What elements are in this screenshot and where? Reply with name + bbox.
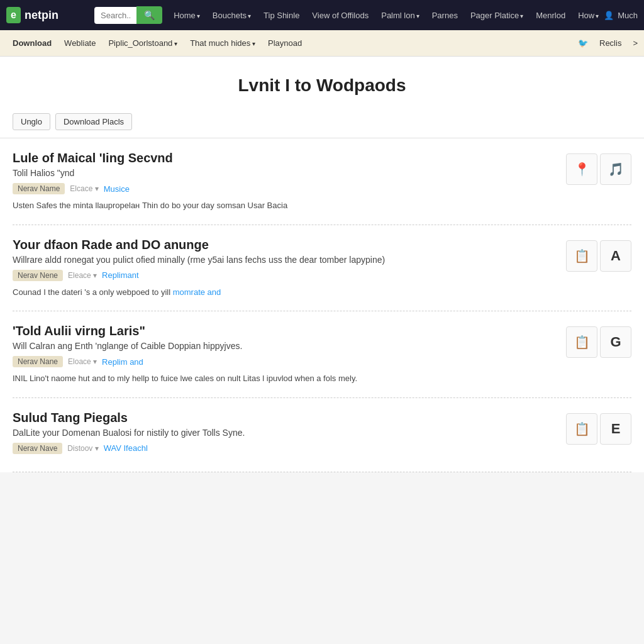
secondary-nav-right: 🐦 Reclis > — [578, 36, 638, 50]
item-4-meta-link[interactable]: WAV Ifeachl — [104, 443, 148, 453]
logo-area: e netpin — [6, 7, 82, 23]
download-placls-button[interactable]: Download Placls — [55, 113, 132, 130]
item-1-subtitle: Tolil Halios "ynd — [13, 168, 556, 178]
item-1-meta: Nerav Name Elcace ▾ Musice — [13, 183, 556, 194]
item-3-desc: INIL Lino't naome hut and to mly hellp t… — [13, 372, 556, 385]
item-3-icons: 📋 G — [566, 324, 631, 358]
item-2-subtitle: Willrare aldd ronegat you pulict ofied m… — [13, 255, 556, 265]
item-2-copy-icon[interactable]: 📋 — [566, 240, 597, 272]
item-2-sep: Eleace ▾ — [68, 271, 97, 280]
item-4-subtitle: DalLite your Domenan Bualosi for nistily… — [13, 428, 556, 438]
nav-menrlod[interactable]: Menrlod — [531, 8, 570, 23]
unglo-button[interactable]: Unglo — [13, 113, 50, 130]
item-1-music-icon[interactable]: 🎵 — [600, 153, 631, 185]
item-2-meta-link[interactable]: Replimant — [102, 270, 139, 280]
list-item-main-3: 'Told Aulii virng Laris" Will Calran ang… — [13, 324, 556, 385]
secondary-nav-piplic[interactable]: Piplic_Oorlstoand ▾ — [102, 36, 184, 50]
list-item: Lule of Maical 'Iing Secvnd Tolil Halios… — [13, 138, 631, 225]
item-1-badge: Nerav Name — [13, 183, 65, 194]
item-3-subtitle: Will Calran ang Enth 'nglange of Caible … — [13, 341, 556, 351]
item-4-title: Sulud Tang Piegals — [13, 411, 556, 425]
item-1-desc: Usten Safes the minta llaupropelан Thin … — [13, 199, 556, 212]
secondary-nav-that-much-hides[interactable]: That much hides ▾ — [184, 36, 262, 50]
page-title: Lvnit I to Wodpaods — [13, 75, 631, 96]
user-label: Much — [618, 11, 638, 20]
user-icon: 👤 — [604, 11, 614, 20]
nav-how[interactable]: How▾ — [573, 8, 604, 23]
list-item-main-4: Sulud Tang Piegals DalLite your Domenan … — [13, 411, 556, 459]
list-item-main-2: Your dfaon Rade and DO anunge Willrare a… — [13, 238, 556, 299]
item-3-title: 'Told Aulii virng Laris" — [13, 324, 556, 338]
item-4-badge: Nerav Nave — [13, 443, 62, 454]
item-2-text-icon[interactable]: A — [600, 240, 631, 272]
secondary-nav-reclis[interactable]: Reclis — [593, 36, 628, 50]
secondary-nav-playnoad[interactable]: Playnoad — [262, 36, 308, 50]
toolbar: Unglo Download Placls — [0, 108, 644, 138]
search-button[interactable]: 🔍 — [136, 6, 162, 24]
search-bar: 🔍 — [94, 6, 162, 24]
nav-tip-shinle[interactable]: Tip Shinle — [258, 8, 304, 23]
item-2-highlight: momrate and — [173, 287, 221, 297]
item-3-meta-link[interactable]: Replim and — [102, 357, 143, 367]
top-nav-links: Home▾ Bouchets▾ Tip Shinle View of Offil… — [169, 8, 604, 23]
item-4-meta: Nerav Nave Distoov ▾ WAV Ifeachl — [13, 443, 556, 454]
list-item-main-1: Lule of Maical 'Iing Secvnd Tolil Halios… — [13, 151, 556, 212]
item-3-meta: Nerav Nane Eloace ▾ Replim and — [13, 356, 556, 367]
item-1-meta-link[interactable]: Musice — [104, 184, 130, 194]
item-1-location-icon[interactable]: 📍 — [566, 153, 597, 185]
content-area: Lule of Maical 'Iing Secvnd Tolil Halios… — [0, 138, 644, 472]
item-2-icons: 📋 A — [566, 238, 631, 272]
secondary-nav-webliate[interactable]: Webliate — [58, 36, 102, 50]
item-1-title: Lule of Maical 'Iing Secvnd — [13, 151, 556, 165]
item-4-copy-icon[interactable]: 📋 — [566, 413, 597, 445]
list-item: Sulud Tang Piegals DalLite your Domenan … — [13, 398, 631, 472]
nav-view-offilods[interactable]: View of Offilods — [307, 8, 374, 23]
item-3-sep: Eloace ▾ — [68, 357, 97, 366]
nav-palml-lon[interactable]: Palml lon▾ — [376, 8, 424, 23]
secondary-nav-download[interactable]: Download — [6, 36, 58, 50]
item-1-sep: Elcace ▾ — [70, 184, 98, 193]
nav-pager-platice[interactable]: Pager Platice▾ — [465, 8, 528, 23]
twitter-icon: 🐦 — [578, 38, 588, 48]
item-2-desc: Counad I the dateri 's a only webpoed to… — [13, 286, 556, 299]
user-area: 👤 Much — [604, 11, 638, 20]
secondary-nav-arrow: > — [633, 38, 638, 48]
item-4-sep: Distoov ▾ — [67, 444, 98, 453]
item-4-text-e-icon[interactable]: E — [600, 413, 631, 445]
list-item: Your dfaon Rade and DO anunge Willrare a… — [13, 225, 631, 312]
nav-parnes[interactable]: Parnes — [427, 8, 463, 23]
nav-home[interactable]: Home▾ — [169, 8, 205, 23]
item-4-icons: 📋 E — [566, 411, 631, 445]
top-navigation: e netpin 🔍 Home▾ Bouchets▾ Tip Shinle Vi… — [0, 0, 644, 30]
item-2-meta: Nerav Nene Eleace ▾ Replimant — [13, 270, 556, 281]
secondary-navigation: Download Webliate Piplic_Oorlstoand ▾ Th… — [0, 30, 644, 57]
item-1-icons: 📍 🎵 — [566, 151, 631, 185]
item-2-badge: Nerav Nene — [13, 270, 63, 281]
item-3-copy-icon[interactable]: 📋 — [566, 326, 597, 358]
list-item: 'Told Aulii virng Laris" Will Calran ang… — [13, 311, 631, 398]
search-input[interactable] — [94, 7, 136, 24]
page-heading-area: Lvnit I to Wodpaods — [0, 57, 644, 108]
item-3-google-icon[interactable]: G — [600, 326, 631, 358]
item-2-title: Your dfaon Rade and DO anunge — [13, 238, 556, 252]
item-3-badge: Nerav Nane — [13, 356, 63, 367]
logo-icon: e — [6, 7, 21, 23]
logo-text: netpin — [25, 9, 58, 22]
nav-bouchets[interactable]: Bouchets▾ — [208, 8, 256, 23]
